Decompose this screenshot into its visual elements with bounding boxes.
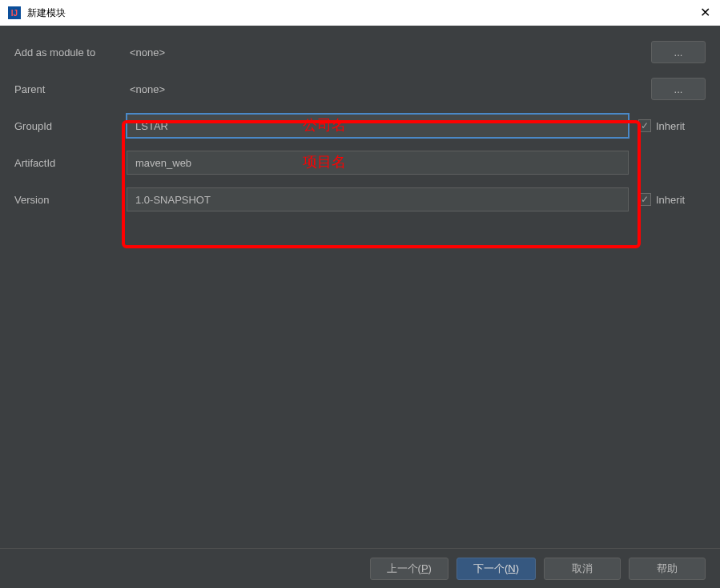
label-group-id: GroupId bbox=[14, 120, 127, 132]
window-title: 新建模块 bbox=[27, 6, 66, 20]
label-version: Version bbox=[14, 194, 127, 206]
close-icon[interactable]: ✕ bbox=[700, 5, 710, 20]
inherit-version-checkbox[interactable]: ✓ bbox=[638, 193, 651, 206]
row-version: Version ✓ Inherit bbox=[14, 189, 706, 210]
next-button[interactable]: 下一个(N) bbox=[457, 558, 536, 580]
row-parent: Parent <none> ... bbox=[14, 79, 706, 99]
check-icon: ✓ bbox=[641, 194, 649, 205]
inherit-version-wrap[interactable]: ✓ Inherit bbox=[638, 193, 706, 206]
row-artifact-id: ArtifactId 项目名 bbox=[14, 152, 706, 173]
group-id-input[interactable] bbox=[127, 114, 629, 138]
dialog-footer: 上一个(P) 下一个(N) 取消 帮助 bbox=[0, 548, 720, 588]
inherit-version-label: Inherit bbox=[656, 194, 685, 206]
highlight-annotation-box bbox=[122, 120, 641, 248]
label-artifact-id: ArtifactId bbox=[14, 157, 127, 169]
cancel-button[interactable]: 取消 bbox=[544, 558, 621, 580]
next-button-key: N bbox=[508, 562, 515, 574]
prev-button-label: 上一个 bbox=[387, 562, 418, 576]
browse-parent-button[interactable]: ... bbox=[651, 78, 706, 100]
row-add-as-module: Add as module to <none> ... bbox=[14, 42, 706, 62]
check-icon: ✓ bbox=[641, 120, 649, 131]
row-group-id: GroupId 公司名 ✓ Inherit bbox=[14, 115, 706, 136]
prev-button[interactable]: 上一个(P) bbox=[370, 558, 448, 580]
inherit-group-id-checkbox[interactable]: ✓ bbox=[638, 119, 651, 132]
artifact-id-input[interactable] bbox=[127, 151, 629, 175]
inherit-group-id-label: Inherit bbox=[656, 120, 685, 132]
prev-button-key: P bbox=[421, 562, 428, 574]
inherit-group-id-wrap[interactable]: ✓ Inherit bbox=[638, 119, 706, 132]
titlebar: IJ 新建模块 ✕ bbox=[0, 0, 720, 26]
app-icon: IJ bbox=[8, 6, 21, 19]
value-parent: <none> bbox=[127, 83, 642, 95]
version-input[interactable] bbox=[127, 187, 629, 211]
dialog-content: Add as module to <none> ... Parent <none… bbox=[0, 26, 720, 210]
help-button[interactable]: 帮助 bbox=[629, 558, 706, 580]
value-add-as-module: <none> bbox=[127, 46, 642, 58]
browse-add-as-module-button[interactable]: ... bbox=[651, 41, 706, 63]
label-parent: Parent bbox=[14, 83, 127, 95]
label-add-as-module: Add as module to bbox=[14, 46, 127, 58]
next-button-label: 下一个 bbox=[473, 562, 505, 576]
